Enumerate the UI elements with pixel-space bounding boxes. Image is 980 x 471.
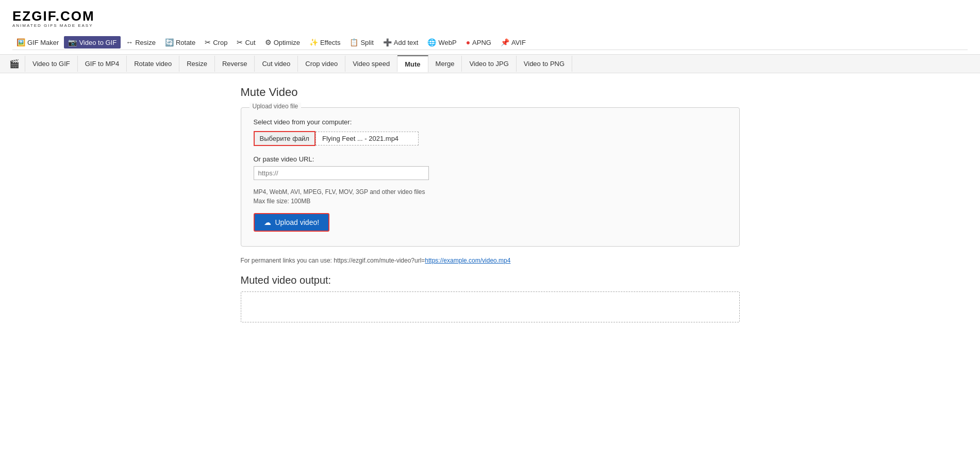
page-title: Mute Video [241, 86, 740, 99]
add-text-icon: ➕ [383, 38, 392, 46]
file-types-text: MP4, WebM, AVI, MPEG, FLV, MOV, 3GP and … [254, 188, 727, 196]
file-input-row: Выберите файл Flying Feet ... - 2021.mp4 [254, 131, 727, 146]
output-box [241, 291, 740, 322]
nav-cut[interactable]: ✂ Cut [232, 36, 259, 48]
nav-add-text[interactable]: ➕ Add text [379, 36, 423, 48]
logo-subtitle: ANIMATED GIFS MADE EASY [12, 23, 968, 28]
sub-nav-merge[interactable]: Merge [428, 56, 462, 72]
cut-icon: ✂ [237, 38, 243, 46]
select-label: Select video from your computer: [254, 118, 727, 126]
nav-apng[interactable]: ● APNG [462, 36, 495, 48]
avif-icon: 📌 [501, 38, 509, 46]
nav-avif[interactable]: 📌 AVIF [496, 36, 530, 48]
rotate-icon: 🔄 [165, 38, 174, 46]
upload-box: Upload video file Select video from your… [241, 107, 740, 247]
sub-nav-video-to-png[interactable]: Video to PNG [517, 56, 572, 72]
sub-nav-rotate-video[interactable]: Rotate video [127, 56, 179, 72]
optimize-icon: ⚙ [265, 38, 272, 46]
video-to-gif-icon: 📷 [68, 38, 77, 46]
webp-icon: 🌐 [427, 38, 436, 46]
nav-gif-maker[interactable]: 🖼️ GIF Maker [12, 36, 63, 48]
header: EZGIF.COM ANIMATED GIFS MADE EASY 🖼️ GIF… [0, 0, 980, 55]
nav-rotate[interactable]: 🔄 Rotate [161, 36, 200, 48]
nav-optimize[interactable]: ⚙ Optimize [261, 36, 304, 48]
file-name-display: Flying Feet ... - 2021.mp4 [315, 132, 419, 145]
gif-maker-icon: 🖼️ [16, 38, 25, 46]
output-title: Muted video output: [241, 274, 740, 286]
sub-nav-crop-video[interactable]: Crop video [298, 56, 345, 72]
video-camera-icon: 🎬 [4, 55, 25, 73]
nav-webp[interactable]: 🌐 WebP [423, 36, 460, 48]
perm-link-example[interactable]: https://example.com/video.mp4 [425, 257, 510, 264]
nav-video-to-gif[interactable]: 📷 Video to GIF [64, 36, 121, 48]
resize-icon: ↔ [126, 38, 133, 46]
nav-resize[interactable]: ↔ Resize [122, 36, 160, 48]
logo-area: EZGIF.COM ANIMATED GIFS MADE EASY [12, 8, 968, 28]
url-label: Or paste video URL: [254, 155, 727, 163]
effects-icon: ✨ [309, 38, 318, 46]
logo-text: EZGIF.COM [12, 8, 968, 24]
main-nav: 🖼️ GIF Maker 📷 Video to GIF ↔ Resize 🔄 R… [12, 33, 968, 50]
crop-icon: ✂ [205, 38, 211, 46]
sub-nav-reverse[interactable]: Reverse [215, 56, 255, 72]
sub-nav-mute[interactable]: Mute [397, 55, 428, 72]
url-input[interactable] [254, 166, 429, 180]
nav-effects[interactable]: ✨ Effects [305, 36, 345, 48]
sub-nav-cut-video[interactable]: Cut video [255, 56, 298, 72]
apng-icon: ● [466, 38, 470, 46]
nav-split[interactable]: 📋 Split [345, 36, 377, 48]
sub-nav: 🎬 Video to GIF GIF to MP4 Rotate video R… [0, 55, 980, 73]
upload-cloud-icon: ☁ [264, 218, 271, 226]
sub-nav-gif-to-mp4[interactable]: GIF to MP4 [78, 56, 127, 72]
sub-nav-video-to-jpg[interactable]: Video to JPG [462, 56, 516, 72]
nav-crop[interactable]: ✂ Crop [201, 36, 231, 48]
sub-nav-video-to-gif[interactable]: Video to GIF [25, 56, 78, 72]
perm-link-info: For permanent links you can use: https:/… [241, 257, 740, 264]
upload-button[interactable]: ☁ Upload video! [254, 213, 330, 232]
sub-nav-video-speed[interactable]: Video speed [345, 56, 397, 72]
main-content: Mute Video Upload video file Select vide… [232, 73, 748, 335]
sub-nav-resize[interactable]: Resize [179, 56, 215, 72]
max-size-text: Max file size: 100MB [254, 198, 727, 205]
split-icon: 📋 [350, 38, 358, 46]
upload-box-legend: Upload video file [250, 103, 302, 110]
file-choose-button[interactable]: Выберите файл [254, 131, 315, 146]
